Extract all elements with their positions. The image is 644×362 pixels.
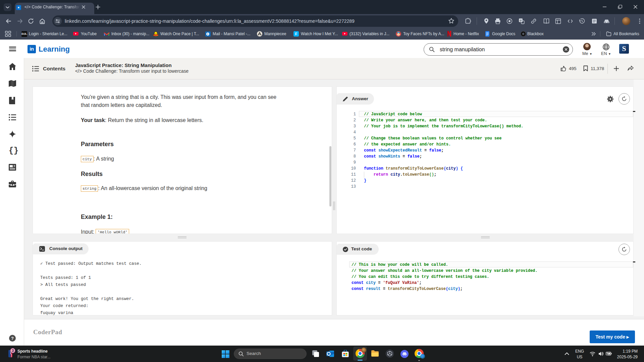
svg-text:?: ? <box>11 336 14 341</box>
svg-text:G: G <box>520 19 522 22</box>
